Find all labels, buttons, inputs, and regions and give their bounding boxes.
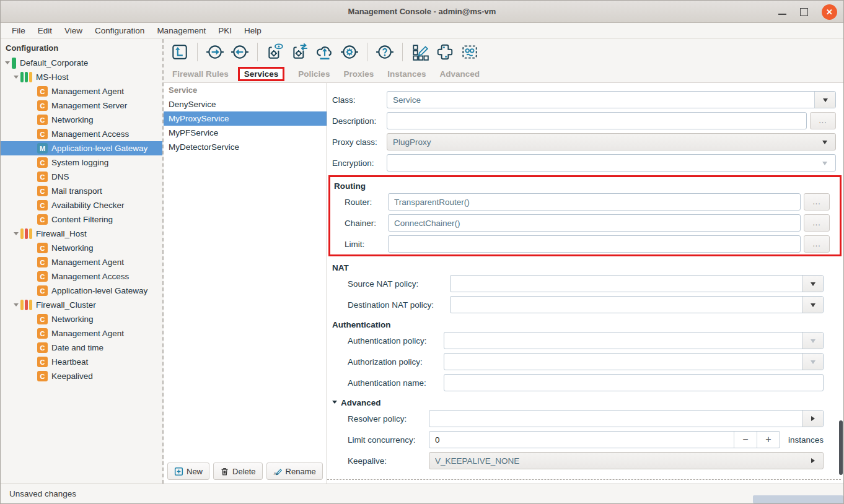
tree-item-fc-networking[interactable]: C Networking: [1, 312, 162, 326]
vertical-scrollbar-thumb[interactable]: [839, 420, 843, 475]
menu-edit[interactable]: Edit: [32, 26, 58, 35]
limit-concurrency-spinner[interactable]: − +: [429, 431, 780, 448]
expander-icon[interactable]: [12, 301, 20, 309]
expander-icon[interactable]: [3, 59, 12, 67]
expander-icon[interactable]: [12, 230, 20, 238]
expander-icon[interactable]: [12, 73, 20, 81]
menu-management[interactable]: Management: [151, 26, 212, 35]
tree-item-default-corporate[interactable]: Default_Corporate: [1, 56, 162, 70]
tree-item-fw-application-level-gateway[interactable]: C Application-level Gateway: [1, 284, 162, 298]
tree-item-fw-networking[interactable]: C Networking: [1, 241, 162, 255]
tree-item-management-agent[interactable]: C Management Agent: [1, 84, 162, 98]
source-nat-dropdown[interactable]: [450, 275, 824, 292]
limit-edit-button[interactable]: ...: [804, 235, 830, 253]
authentication-policy-dropdown[interactable]: [444, 332, 824, 349]
tree-item-availability-checker[interactable]: C Availability Checker: [1, 198, 162, 212]
class-value[interactable]: [387, 95, 814, 105]
chainer-field[interactable]: [388, 214, 801, 232]
tree-item-content-filtering[interactable]: C Content Filtering: [1, 212, 162, 227]
tree-item-ms-host[interactable]: MS-Host: [1, 70, 162, 84]
increase-button[interactable]: +: [757, 432, 780, 448]
tree-item-keepalived[interactable]: C Keepalived: [1, 369, 162, 383]
limit-concurrency-value[interactable]: [429, 435, 734, 445]
tree-item-heartbeat[interactable]: C Heartbeat: [1, 355, 162, 369]
robot-console-icon[interactable]: [460, 42, 480, 62]
service-item-myproxyservice[interactable]: MyProxyService: [164, 111, 327, 126]
router-edit-button[interactable]: ...: [804, 193, 830, 211]
keepalive-combo[interactable]: [429, 452, 824, 469]
tree-item-application-level-gateway[interactable]: M Application-level Gateway: [1, 141, 162, 155]
menu-view[interactable]: View: [58, 26, 89, 35]
chevron-down-icon[interactable]: [802, 354, 823, 370]
proxy-class-combo[interactable]: [387, 133, 836, 150]
tree-item-fc-management-agent[interactable]: C Management Agent: [1, 326, 162, 341]
tree-item-networking[interactable]: C Networking: [1, 113, 162, 127]
authentication-name-value[interactable]: [444, 378, 823, 388]
activate-config-icon[interactable]: [340, 42, 359, 62]
tab-services[interactable]: Services: [238, 67, 285, 81]
description-edit-button[interactable]: ...: [810, 112, 836, 129]
limit-value[interactable]: [389, 240, 800, 249]
tree-item-management-access[interactable]: C Management Access: [1, 127, 162, 141]
python-console-icon[interactable]: [435, 42, 455, 62]
tree-item-firewall-host[interactable]: Firewall_Host: [1, 227, 162, 241]
apply-forward-icon[interactable]: [205, 42, 225, 62]
titlebar[interactable]: Management Console - admin@ms-vm ✕: [1, 1, 843, 23]
destination-nat-dropdown[interactable]: [450, 296, 824, 313]
menu-configuration[interactable]: Configuration: [89, 26, 151, 35]
tree-item-firewall-cluster[interactable]: Firewall_Cluster: [1, 298, 162, 312]
authorization-policy-dropdown[interactable]: [444, 353, 824, 370]
preview-config-icon[interactable]: [265, 42, 285, 62]
delete-service-button[interactable]: Delete: [213, 463, 263, 480]
menu-help[interactable]: Help: [238, 26, 268, 35]
chevron-down-icon[interactable]: [814, 92, 835, 108]
chainer-edit-button[interactable]: ...: [804, 214, 830, 232]
keepalive-value[interactable]: [429, 456, 802, 466]
description-value[interactable]: [387, 116, 806, 126]
service-item-denyservice[interactable]: DenyService: [164, 97, 327, 111]
rename-service-button[interactable]: Aa Rename: [266, 463, 323, 480]
source-nat-value[interactable]: [451, 279, 802, 289]
authentication-name-field[interactable]: [444, 374, 824, 391]
tree-item-management-server[interactable]: C Management Server: [1, 98, 162, 113]
authentication-policy-value[interactable]: [444, 336, 802, 345]
tab-instances[interactable]: Instances: [387, 69, 426, 79]
tree-item-date-and-time[interactable]: C Date and time: [1, 341, 162, 355]
chevron-right-icon[interactable]: [802, 411, 823, 427]
check-config-icon[interactable]: [375, 42, 395, 62]
resolver-policy-field[interactable]: [429, 410, 824, 427]
menu-pki[interactable]: PKI: [212, 26, 238, 35]
revert-back-icon[interactable]: [230, 42, 250, 62]
decrease-button[interactable]: −: [734, 432, 757, 448]
chevron-down-icon[interactable]: [814, 134, 835, 150]
authorization-policy-value[interactable]: [444, 357, 802, 367]
go-up-icon[interactable]: [170, 42, 190, 62]
chevron-down-icon[interactable]: [802, 332, 823, 349]
chevron-down-icon[interactable]: [802, 276, 823, 292]
encryption-value[interactable]: [387, 159, 814, 168]
menu-file[interactable]: File: [6, 26, 32, 35]
service-item-mydetectorservice[interactable]: MyDetectorService: [164, 140, 327, 154]
proxy-class-value[interactable]: [387, 137, 814, 147]
encryption-dropdown[interactable]: [387, 154, 836, 172]
close-button[interactable]: ✕: [822, 4, 837, 20]
tree-item-mail-transport[interactable]: C Mail transport: [1, 184, 162, 198]
edit-rules-icon[interactable]: [410, 42, 430, 62]
tree-item-fw-management-access[interactable]: C Management Access: [1, 269, 162, 284]
router-field[interactable]: [388, 193, 801, 211]
resolver-policy-value[interactable]: [429, 414, 802, 424]
tab-firewall-rules[interactable]: Firewall Rules: [172, 69, 229, 79]
tab-advanced[interactable]: Advanced: [439, 69, 480, 79]
advanced-section-header[interactable]: Advanced: [332, 395, 836, 410]
tree-item-fw-management-agent[interactable]: C Management Agent: [1, 255, 162, 269]
tab-proxies[interactable]: Proxies: [343, 69, 374, 79]
chainer-value[interactable]: [389, 219, 800, 228]
chevron-right-icon[interactable]: [802, 453, 823, 469]
destination-nat-value[interactable]: [451, 300, 802, 310]
upload-config-icon[interactable]: [315, 42, 335, 62]
maximize-button[interactable]: [800, 8, 808, 16]
class-dropdown[interactable]: [387, 91, 836, 108]
minimize-button[interactable]: [778, 9, 786, 15]
new-service-button[interactable]: New: [167, 463, 209, 480]
limit-field[interactable]: [388, 235, 801, 253]
